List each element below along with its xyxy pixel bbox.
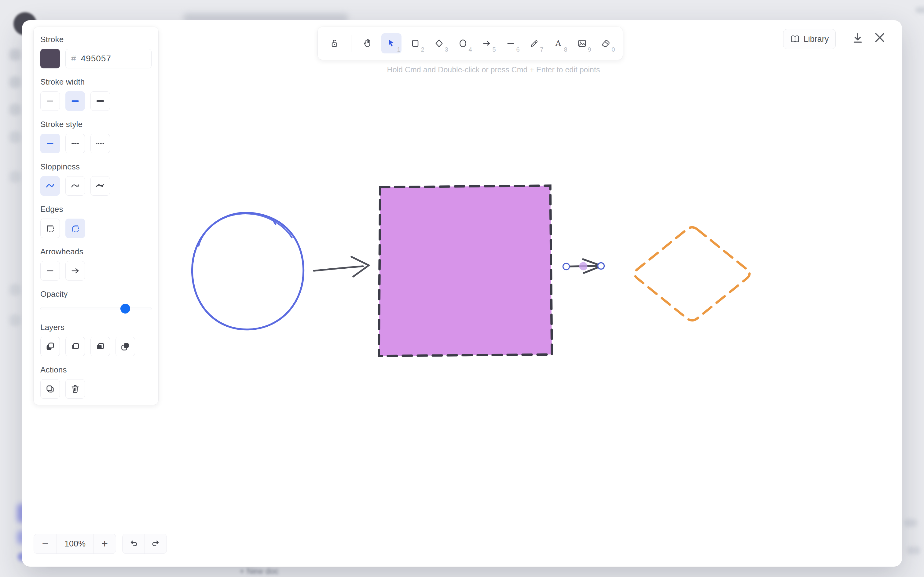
- backdrop-right-blob: [904, 519, 917, 527]
- stroke-color-swatch[interactable]: [40, 49, 60, 68]
- history-controls: [122, 533, 167, 554]
- arrow-tool-button[interactable]: 5: [477, 33, 497, 53]
- artist-squiggle-icon: [70, 181, 80, 191]
- backdrop-sidebar-blob: [9, 49, 21, 60]
- rectangle-tool-button[interactable]: 2: [405, 33, 425, 53]
- bring-forward-button[interactable]: [90, 337, 110, 356]
- sharp-corner-icon: [45, 223, 55, 234]
- backdrop-sidebar-blob: [9, 76, 21, 88]
- undo-button[interactable]: [123, 534, 145, 553]
- arrow-midpoint-handle[interactable]: [579, 262, 588, 271]
- text-tool-button[interactable]: A 8: [548, 33, 568, 53]
- stroke-style-dashed-button[interactable]: [65, 134, 85, 153]
- trash-icon: [70, 384, 80, 394]
- sloppiness-architect-button[interactable]: [40, 176, 60, 196]
- close-button[interactable]: [871, 29, 888, 47]
- no-arrowhead-icon: [45, 266, 55, 276]
- stroke-width-bold-button[interactable]: [65, 91, 85, 111]
- arrow-start-handle[interactable]: [563, 263, 570, 270]
- text-icon: A: [553, 38, 564, 48]
- image-icon: [577, 38, 587, 48]
- arrowhead-arrow-button[interactable]: [65, 261, 85, 280]
- stroke-hex-input[interactable]: # 495057: [65, 49, 152, 68]
- lock-tool-button[interactable]: [325, 33, 345, 53]
- diamond-icon: [434, 38, 444, 48]
- backdrop-right-blob: [907, 546, 920, 554]
- redo-icon: [150, 538, 162, 549]
- backdrop-new-doc-label: + New doc: [239, 567, 279, 576]
- stroke-section: Stroke # 495057: [40, 35, 152, 68]
- opacity-slider[interactable]: [40, 303, 152, 314]
- sloppiness-artist-button[interactable]: [65, 176, 85, 196]
- library-label: Library: [804, 34, 829, 44]
- library-button[interactable]: Library: [783, 29, 836, 49]
- zoom-controls: − 100% +: [34, 533, 116, 554]
- canvas-arrow[interactable]: [314, 257, 369, 277]
- backdrop-sidebar-blob: [9, 314, 21, 326]
- delete-button[interactable]: [65, 379, 85, 399]
- draw-tool-button[interactable]: 7: [524, 33, 544, 53]
- backdrop-sidebar-blob: [9, 171, 21, 182]
- ellipse-tool-button[interactable]: 4: [453, 33, 473, 53]
- cartoonist-squiggle-icon: [95, 181, 105, 191]
- toolbar-divider: [351, 35, 351, 52]
- opacity-section: Opacity: [40, 289, 152, 314]
- book-icon: [790, 34, 800, 44]
- canvas-selected-arrow[interactable]: [563, 259, 604, 273]
- canvas-ellipse[interactable]: [192, 213, 304, 329]
- opacity-slider-track[interactable]: [40, 307, 152, 310]
- edges-section: Edges: [40, 205, 152, 238]
- whiteboard-modal: Stroke # 495057 Stroke width: [22, 20, 902, 567]
- zoom-out-button[interactable]: −: [34, 534, 57, 553]
- send-backward-button[interactable]: [65, 337, 85, 356]
- send-to-back-icon: [45, 341, 55, 352]
- arrowhead-none-button[interactable]: [40, 261, 60, 280]
- selection-tool-button[interactable]: 1: [381, 33, 402, 53]
- hand-tool-button[interactable]: [357, 33, 378, 53]
- send-to-back-button[interactable]: [40, 337, 60, 356]
- backdrop-right-blob: [916, 7, 924, 13]
- edges-sharp-button[interactable]: [40, 219, 60, 238]
- arrow-end-handle[interactable]: [598, 263, 604, 269]
- bring-forward-icon: [95, 341, 105, 352]
- stroke-label: Stroke: [40, 35, 152, 44]
- opacity-slider-knob[interactable]: [120, 304, 130, 314]
- backdrop-sidebar-blob: [9, 104, 21, 115]
- redo-button[interactable]: [145, 534, 166, 553]
- dashed-line-icon: [70, 138, 80, 149]
- rectangle-icon: [410, 38, 420, 48]
- bring-to-front-button[interactable]: [115, 337, 135, 356]
- arrowheads-label: Arrowheads: [40, 247, 152, 256]
- stroke-style-dotted-button[interactable]: [90, 134, 110, 153]
- tool-toolbar: 1 2 3 4 5 6 7 A 8: [318, 27, 623, 60]
- opacity-label: Opacity: [40, 289, 152, 299]
- send-backward-icon: [70, 341, 80, 352]
- eraser-tool-button[interactable]: 0: [596, 33, 616, 53]
- sloppiness-cartoonist-button[interactable]: [90, 176, 110, 196]
- stroke-width-extrabold-button[interactable]: [90, 91, 110, 111]
- duplicate-button[interactable]: [40, 379, 60, 399]
- eraser-icon: [601, 38, 611, 48]
- duplicate-icon: [45, 384, 55, 394]
- dotted-line-icon: [95, 138, 105, 149]
- line-tool-button[interactable]: 6: [501, 33, 521, 53]
- canvas-diamond[interactable]: [635, 227, 750, 321]
- sloppiness-label: Sloppiness: [40, 162, 152, 172]
- architect-squiggle-icon: [45, 181, 55, 191]
- zoom-in-button[interactable]: +: [93, 534, 116, 553]
- stroke-style-solid-button[interactable]: [40, 134, 60, 153]
- backdrop-sidebar-blob: [9, 131, 21, 143]
- diamond-tool-button[interactable]: 3: [429, 33, 449, 53]
- svg-text:A: A: [555, 39, 561, 48]
- stroke-width-thin-button[interactable]: [40, 91, 60, 111]
- zoom-level-value[interactable]: 100%: [57, 534, 93, 553]
- stroke-style-label: Stroke style: [40, 120, 152, 129]
- undo-icon: [128, 538, 139, 549]
- properties-panel: Stroke # 495057 Stroke width: [34, 27, 158, 405]
- bold-line-icon: [70, 96, 80, 106]
- canvas-rectangle[interactable]: [379, 185, 552, 356]
- download-button[interactable]: [849, 29, 867, 47]
- image-tool-button[interactable]: 9: [572, 33, 592, 53]
- edges-round-button[interactable]: [65, 219, 85, 238]
- extrabold-line-icon: [95, 96, 105, 106]
